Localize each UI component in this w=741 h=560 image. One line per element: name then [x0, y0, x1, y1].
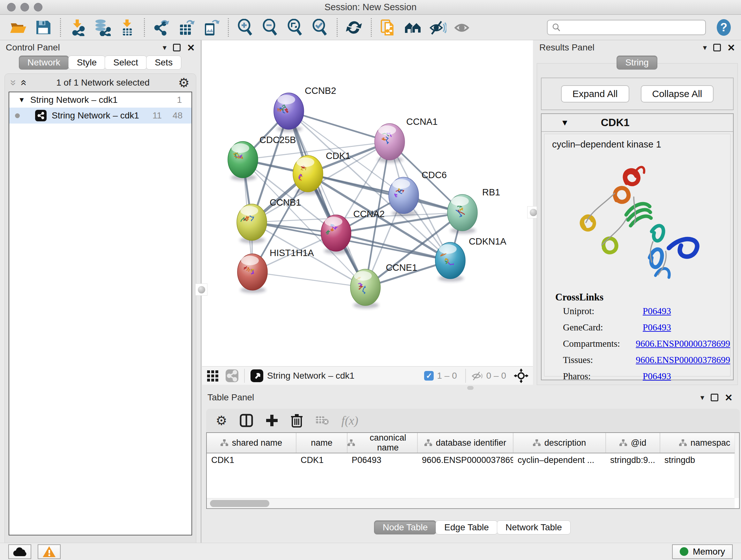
network-node-CCNA1[interactable]: CCNA1 [375, 117, 437, 163]
column-header-shared-name[interactable]: shared name [207, 433, 296, 453]
expand-all-networks-icon[interactable]: « [19, 80, 30, 86]
scrollbar-thumb[interactable] [210, 500, 269, 507]
table-tabs: Node TableEdge TableNetwork Table [204, 520, 741, 535]
column-header-namespac[interactable]: namespac [660, 433, 740, 453]
tab-network[interactable]: Network [19, 56, 69, 70]
collapse-all-networks-icon[interactable]: » [9, 80, 19, 86]
selected-checkbox[interactable]: ✓ [424, 371, 434, 381]
zoom-out-button[interactable] [260, 17, 280, 38]
memory-button[interactable]: Memory [672, 544, 733, 559]
toolbar-separator [465, 369, 466, 383]
eye-slash-icon [429, 19, 447, 36]
network-view-title: String Network – cdk1 [267, 371, 354, 381]
maximize-panel-icon[interactable] [713, 44, 721, 51]
close-panel-icon[interactable]: ✕ [727, 42, 735, 53]
results-panel-title: Results Panel [539, 43, 595, 53]
crosslink-link[interactable]: P06493 [643, 371, 671, 381]
create-column-button[interactable] [266, 414, 278, 427]
column-header-name[interactable]: name [296, 433, 347, 453]
tab-network-table[interactable]: Network Table [497, 520, 570, 535]
expand-all-button[interactable]: Expand All [561, 85, 629, 103]
close-panel-icon[interactable]: ✕ [725, 392, 733, 403]
import-network-database-button[interactable] [92, 17, 112, 38]
show-all-button[interactable] [453, 17, 473, 38]
network-node-CCNE1[interactable]: CCNE1 [350, 262, 417, 308]
function-builder-button[interactable]: f(x) [341, 414, 358, 428]
delete-column-button[interactable] [290, 414, 303, 428]
crosslink-row: GeneCard:P06493 [544, 319, 730, 335]
open-session-button[interactable] [8, 17, 28, 38]
export-image-icon [202, 19, 219, 36]
float-panel-icon[interactable]: ▾ [163, 43, 166, 52]
crosslink-link[interactable]: P06493 [643, 306, 671, 316]
network-canvas[interactable]: CCNB2CCNA1CDC25BCDK1CDC6RB1CCNB1CCNA2CDK… [202, 40, 533, 366]
grid-view-icon[interactable] [206, 369, 220, 382]
delete-table-button[interactable] [315, 415, 329, 426]
vertical-scrollbar[interactable] [735, 433, 739, 498]
string-view-icon[interactable] [225, 369, 239, 383]
network-node-RB1[interactable]: RB1 [448, 187, 500, 234]
network-row[interactable]: String Network – cdk1 11 48 [9, 108, 192, 124]
zoom-in-button[interactable] [235, 17, 255, 38]
float-panel-icon[interactable]: ▾ [700, 393, 704, 402]
help-button[interactable]: ? [715, 18, 733, 37]
horizontal-scrollbar[interactable] [207, 498, 735, 508]
tab-style[interactable]: Style [68, 56, 105, 70]
import-table-file-button[interactable] [117, 17, 137, 38]
hide-selected-button[interactable] [428, 17, 448, 38]
crosslink-row: Tissues:9606.ENSP00000378699 [544, 352, 730, 368]
network-node-CCNB2[interactable]: CCNB2 [274, 85, 336, 132]
clone-network-button[interactable] [378, 17, 398, 38]
network-options-gear-icon[interactable]: ⚙ [178, 76, 190, 89]
export-network-button[interactable] [151, 17, 171, 38]
tab-edge-table[interactable]: Edge Table [435, 520, 497, 535]
search-input[interactable] [561, 23, 695, 33]
crosslink-link[interactable]: 9606.ENSP00000378699 [636, 338, 730, 349]
node-label-RB1: RB1 [482, 187, 500, 197]
column-header-canonical-name[interactable]: canonical name [347, 433, 417, 453]
show-columns-button[interactable] [239, 414, 253, 428]
save-floppy-icon [35, 19, 52, 36]
first-neighbors-button[interactable] [403, 17, 423, 38]
collection-count: 1 [177, 95, 182, 105]
zoom-fit-button[interactable] [285, 17, 305, 38]
network-collection-row[interactable]: ▼ String Network – cdk1 1 [9, 92, 192, 108]
network-node-CDC6[interactable]: CDC6 [389, 170, 447, 216]
detach-view-icon[interactable] [250, 369, 264, 383]
refresh-style-button[interactable] [344, 17, 364, 38]
save-session-button[interactable] [33, 17, 53, 38]
tab-select[interactable]: Select [105, 56, 147, 70]
maximize-panel-icon[interactable] [711, 394, 718, 401]
network-node-HIST1H1A[interactable]: HIST1H1A [238, 248, 314, 293]
crosslink-row: Uniprot:P06493 [544, 303, 730, 319]
table-options-button[interactable]: ⚙ [216, 414, 227, 427]
collapse-entry-icon[interactable]: ▼ [561, 118, 569, 128]
tab-string[interactable]: String [616, 56, 657, 70]
crosslink-link[interactable]: 9606.ENSP00000378699 [636, 355, 730, 365]
network-node-CDK1[interactable]: CDK1 [293, 151, 350, 195]
tab-sets[interactable]: Sets [146, 56, 181, 70]
tab-node-table[interactable]: Node Table [374, 520, 436, 535]
table-row[interactable]: CDK1CDK1P064939606.ENSP00000378699cyclin… [207, 453, 740, 467]
export-image-button[interactable] [201, 17, 221, 38]
column-header-database-identifier[interactable]: database identifier [417, 433, 513, 453]
crosslink-link[interactable]: P06493 [643, 322, 671, 333]
zoom-selected-button[interactable] [310, 17, 330, 38]
close-panel-icon[interactable]: ✕ [187, 42, 195, 53]
fx-icon: f(x) [341, 414, 358, 428]
export-table-button[interactable] [176, 17, 196, 38]
maximize-panel-icon[interactable] [173, 44, 181, 51]
float-panel-icon[interactable]: ▾ [703, 43, 707, 52]
import-network-file-button[interactable] [67, 17, 87, 38]
birdseye-crosshair-icon[interactable] [514, 368, 529, 383]
cloud-status-button[interactable] [8, 544, 31, 559]
expand-collapse-box: Expand All Collapse All [541, 78, 734, 110]
network-node-CDKN1A[interactable]: CDKN1A [435, 236, 507, 282]
horizontal-splitter-grip[interactable] [467, 386, 474, 390]
column-header-description[interactable]: description [513, 433, 606, 453]
warnings-button[interactable] [38, 544, 61, 559]
collapse-all-button[interactable]: Collapse All [641, 85, 714, 103]
tree-expander-icon[interactable]: ▼ [18, 96, 25, 104]
left-splitter-grip[interactable] [195, 284, 207, 296]
column-header--id[interactable]: @id [606, 433, 660, 453]
